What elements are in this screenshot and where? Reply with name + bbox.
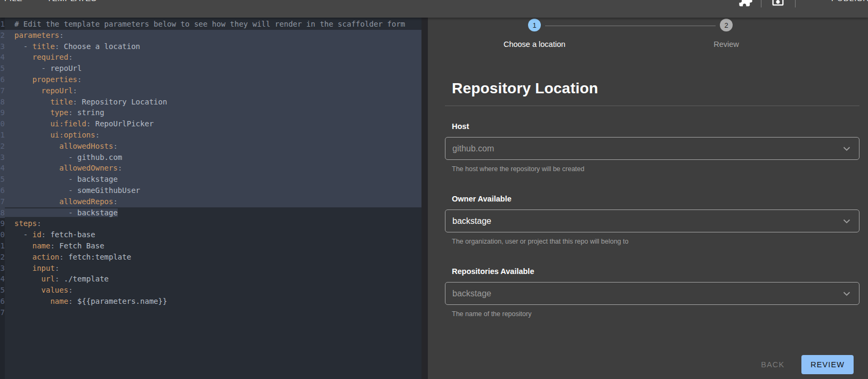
code-text: - title: Choose a location — [5, 42, 140, 51]
back-button[interactable]: BACK — [758, 360, 788, 369]
form-title: Repository Location — [445, 80, 859, 97]
menu-file[interactable]: FILE — [4, 0, 22, 3]
line-number: 8 — [0, 96, 5, 108]
code-text: title: Repository Location — [5, 98, 167, 106]
code-line[interactable]: 20 - id: fetch-base — [0, 229, 421, 240]
owner-helper-text: The organization, user or project that t… — [445, 238, 859, 245]
owner-selected-value: backstage — [452, 216, 491, 226]
line-number: 27 — [0, 307, 5, 318]
code-text: - repoUrl — [5, 64, 82, 72]
host-helper-text: The host where the repository will be cr… — [445, 165, 859, 173]
title-divider — [445, 106, 859, 106]
panel-divider — [421, 18, 428, 379]
code-text: - github.com — [5, 153, 122, 162]
toolbar-divider — [761, 0, 761, 7]
menu-templates[interactable]: TEMPLATES — [47, 0, 96, 3]
extension-icon[interactable] — [738, 0, 753, 7]
code-line[interactable]: 24 url: ./template — [0, 273, 421, 285]
code-line[interactable]: 21 name: Fetch Base — [0, 240, 421, 252]
host-selected-value: github.com — [452, 144, 494, 154]
code-text: repoUrl: — [5, 86, 77, 95]
save-icon[interactable] — [770, 0, 785, 7]
code-text: steps: — [5, 219, 42, 228]
code-line[interactable]: 16 - someGithubUser — [0, 185, 421, 196]
code-line[interactable]: 8 title: Repository Location — [0, 96, 421, 108]
code-text: input: — [5, 264, 59, 272]
code-text: allowedOwners: — [5, 164, 122, 172]
code-text: type: string — [5, 108, 104, 117]
code-line[interactable]: 2parameters: — [0, 30, 421, 41]
code-line[interactable]: 10 ui:field: RepoUrlPicker — [0, 118, 421, 130]
code-text — [5, 308, 14, 317]
code-line[interactable]: 19steps: — [0, 218, 421, 229]
line-number: 26 — [0, 296, 5, 307]
code-line[interactable]: 4 required: — [0, 52, 421, 63]
line-number: 17 — [0, 196, 5, 207]
repositories-select[interactable]: backstage — [445, 282, 859, 305]
publish-button[interactable]: PUBLISH... — [831, 0, 868, 3]
code-text: ui:field: RepoUrlPicker — [5, 119, 153, 128]
code-line[interactable]: 23 input: — [0, 263, 421, 274]
line-number: 12 — [0, 141, 5, 152]
code-text: allowedHosts: — [5, 142, 118, 150]
code-line[interactable]: 9 type: string — [0, 107, 421, 118]
host-select[interactable]: github.com — [445, 137, 859, 160]
owner-select[interactable]: backstage — [445, 209, 859, 232]
line-number: 22 — [0, 252, 5, 263]
line-number: 3 — [0, 41, 5, 52]
code-line[interactable]: 13 - github.com — [0, 152, 421, 163]
line-number: 20 — [0, 229, 5, 240]
code-line[interactable]: 14 allowedOwners: — [0, 163, 421, 174]
chevron-down-icon — [841, 143, 853, 155]
code-line[interactable]: 7 repoUrl: — [0, 85, 421, 96]
line-number: 25 — [0, 285, 5, 296]
code-line[interactable]: 25 values: — [0, 285, 421, 296]
repositories-helper-text: The name of the repository — [445, 310, 859, 318]
code-line[interactable]: 17 allowedRepos: — [0, 196, 421, 207]
line-number: 6 — [0, 74, 5, 85]
form-preview-panel: 1Choose a location2Review Repository Loc… — [428, 18, 868, 379]
code-text: values: — [5, 286, 73, 294]
review-button[interactable]: REVIEW — [801, 355, 854, 374]
step-1: 1Choose a location — [439, 19, 630, 49]
code-text: ui:options: — [5, 131, 100, 139]
code-line[interactable]: 3 - title: Choose a location — [0, 41, 421, 52]
line-number: 2 — [0, 30, 5, 41]
line-number: 18 — [0, 207, 5, 219]
code-line[interactable]: 22 action: fetch:template — [0, 252, 421, 263]
line-number: 7 — [0, 85, 5, 96]
line-number: 13 — [0, 152, 5, 163]
code-line[interactable]: 26 name: ${{parameters.name}} — [0, 296, 421, 307]
owner-field-group: Owner AvailablebackstageThe organization… — [445, 195, 859, 245]
line-number: 24 — [0, 273, 5, 285]
code-text: - someGithubUser — [5, 186, 140, 195]
code-text: required: — [5, 53, 73, 61]
code-text: name: ${{parameters.name}} — [5, 297, 167, 305]
chevron-down-icon — [841, 215, 853, 227]
chevron-down-icon — [841, 288, 853, 300]
code-text: action: fetch:template — [5, 253, 131, 261]
code-text: - id: fetch-base — [5, 230, 95, 239]
code-line[interactable]: 5 - repoUrl — [0, 63, 421, 74]
line-number: 23 — [0, 263, 5, 274]
code-line[interactable]: 12 allowedHosts: — [0, 141, 421, 152]
code-line[interactable]: 27 — [0, 307, 421, 318]
code-text: url: ./template — [5, 275, 109, 283]
code-line[interactable]: 6 properties: — [0, 74, 421, 85]
line-number: 19 — [0, 218, 5, 229]
code-line[interactable]: 15 - backstage — [0, 174, 421, 185]
line-number: 4 — [0, 52, 5, 63]
stepper: 1Choose a location2Review — [439, 19, 822, 50]
code-line[interactable]: 11 ui:options: — [0, 130, 421, 141]
toolbar-divider — [795, 0, 796, 7]
repository-form: Repository Location Hostgithub.comThe ho… — [445, 80, 859, 318]
code-line[interactable]: 18 - backstage — [0, 207, 421, 219]
line-number: 15 — [0, 174, 5, 185]
code-editor[interactable]: 1# Edit the template parameters below to… — [0, 18, 421, 379]
host-label: Host — [445, 122, 859, 131]
step-1-indicator: 1 — [528, 19, 541, 31]
line-number: 10 — [0, 118, 5, 130]
code-line[interactable]: 1# Edit the template parameters below to… — [0, 19, 421, 30]
host-field-group: Hostgithub.comThe host where the reposit… — [445, 122, 859, 173]
stepper-connector — [545, 26, 716, 26]
